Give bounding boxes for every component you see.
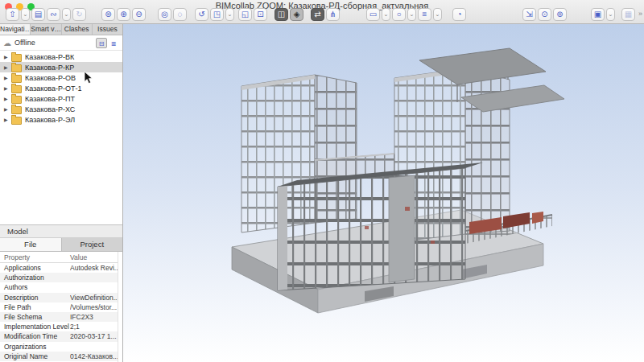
property-value: 0142-Казаков... <box>70 352 118 360</box>
ellipse-markup-button[interactable]: ○ <box>392 8 406 21</box>
building-model <box>123 23 644 362</box>
tab-issues[interactable]: Issues <box>93 23 122 35</box>
section-view-button[interactable]: ◫ <box>275 8 288 21</box>
property-row[interactable]: File SchemaIFC2X3 <box>0 312 118 322</box>
property-row[interactable]: ApplicationsAutodesk Revi... <box>0 263 118 273</box>
zoom-selection-button[interactable]: ⊚ <box>553 8 567 21</box>
rotate-group: ↺◳⌄ <box>195 8 236 21</box>
property-name: Organizations <box>0 343 70 351</box>
open-model-button[interactable]: ⇧ <box>6 8 19 21</box>
property-row[interactable]: Original Name0142-Казаков... <box>0 352 118 361</box>
folder-icon <box>11 117 22 125</box>
property-name: File Path <box>0 303 70 311</box>
expand-caret-icon[interactable]: ▶ <box>4 117 11 122</box>
saved-views-button[interactable]: ▣ <box>591 8 605 21</box>
tree-item[interactable]: ▶Казакова-Р-ПТ <box>0 93 122 104</box>
focus-button[interactable]: ◎ <box>158 8 171 21</box>
projection-button[interactable]: ◳ <box>210 8 224 21</box>
tree-item[interactable]: ▶Казакова-Р-ОТ-1 <box>0 83 122 93</box>
markup-group: ▭⌄○⌄≡⌄ <box>366 8 444 21</box>
tree-item-label: Казакова-Р-ХС <box>25 105 75 113</box>
tree-item[interactable]: ▶Казакова-Р-ОВ <box>0 72 122 83</box>
folder-icon <box>11 85 22 93</box>
measure-button-chevron-icon[interactable]: ⌄ <box>382 8 390 21</box>
property-name: Description <box>0 294 70 302</box>
model-view-button[interactable]: ◈ <box>290 8 303 21</box>
rotate-view-button[interactable]: ↺ <box>195 8 208 21</box>
model-tab-file[interactable]: File <box>0 238 62 251</box>
clip-plane-button[interactable]: ◱ <box>238 8 252 21</box>
zoom-out-button[interactable]: ⊖ <box>132 8 146 21</box>
share-button[interactable]: ∾ <box>47 8 60 21</box>
tree-view-toggles: ⊟≣ <box>95 38 119 48</box>
property-name: Applications <box>0 264 70 272</box>
tree-item-label: Казакова-Р-ОТ-1 <box>25 84 82 93</box>
property-value: IFC2X3 <box>70 313 118 321</box>
tab-navigation[interactable]: Navigati… <box>0 23 31 35</box>
sidebar: Navigati…Smart v…ClashesIssues ☁ Offline… <box>0 23 123 362</box>
measure-button[interactable]: ▭ <box>366 8 380 21</box>
property-row[interactable]: Authorization <box>0 273 118 282</box>
tree-view-toggle[interactable]: ⊟ <box>96 38 107 48</box>
lines-markup-button[interactable]: ≡ <box>418 8 431 21</box>
open-model-button-chevron-icon[interactable]: ⌄ <box>21 8 30 21</box>
property-value: ViewDefinition... <box>70 294 118 302</box>
property-row[interactable]: Authors <box>0 282 118 292</box>
protractor-button[interactable]: ◔ <box>452 8 466 21</box>
expand-caret-icon[interactable]: ▶ <box>4 75 11 80</box>
tree-item[interactable]: ▶Казакова-Р-КР <box>0 62 122 72</box>
property-row[interactable]: Modification Time2020-03-17 1... <box>0 331 118 341</box>
toolbar-overflow-icon[interactable]: » <box>638 10 642 18</box>
list-view-toggle[interactable]: ≣ <box>108 38 119 48</box>
zoom-extents-button[interactable]: ⊜ <box>101 8 115 21</box>
3d-viewport[interactable] <box>123 23 644 362</box>
folder-icon <box>11 64 22 72</box>
views-group: ▣⌄ <box>591 8 617 21</box>
lines-markup-button-chevron-icon[interactable]: ⌄ <box>433 8 442 21</box>
tab-clashes[interactable]: Clashes <box>62 23 93 35</box>
property-row[interactable]: DescriptionViewDefinition... <box>0 293 118 302</box>
refresh-models-button[interactable]: ↻ <box>72 8 86 21</box>
render-settings-button[interactable]: ◌ <box>173 8 187 21</box>
expand-caret-icon[interactable]: ▶ <box>4 96 11 101</box>
tree-item[interactable]: ▶Казакова-Р-ЭЛ <box>0 114 122 125</box>
offline-label: Offline <box>14 39 95 47</box>
ellipse-markup-button-chevron-icon[interactable]: ⌄ <box>407 8 416 21</box>
property-name: Original Name <box>0 352 70 360</box>
tree-item[interactable]: ▶Казакова-Р-ВК <box>0 51 122 62</box>
properties-table-header: Property Value <box>0 252 118 263</box>
projection-button-chevron-icon[interactable]: ⌄ <box>225 8 234 21</box>
share-button-chevron-icon[interactable]: ⌄ <box>62 8 71 21</box>
render-group: ◎◌ <box>158 8 188 21</box>
zoom-window-button[interactable]: ⊙ <box>538 8 551 21</box>
saved-views-button-chevron-icon[interactable]: ⌄ <box>606 8 615 21</box>
clip-box-button[interactable]: ⊡ <box>254 8 267 21</box>
expand-caret-icon[interactable]: ▶ <box>4 54 11 60</box>
tree-item-label: Казакова-Р-ПТ <box>25 95 75 103</box>
model-panel-tabs: FileProject <box>0 238 122 252</box>
expand-caret-icon[interactable]: ▶ <box>4 64 11 70</box>
expand-caret-icon[interactable]: ▶ <box>4 106 11 112</box>
tree-item-label: Казакова-Р-ЭЛ <box>25 116 75 124</box>
model-tab-project[interactable]: Project <box>62 238 123 251</box>
property-value: Autodesk Revi... <box>70 264 118 272</box>
protractor-group: ◔ <box>452 8 468 21</box>
save-view-button[interactable]: ▦ <box>621 8 635 21</box>
save-button[interactable]: ▤ <box>31 8 45 21</box>
property-row[interactable]: File Path/Volumes/stor... <box>0 302 118 312</box>
properties-table: Property Value ApplicationsAutodesk Revi… <box>0 252 118 362</box>
property-row[interactable]: Organizations <box>0 342 118 352</box>
sync-camera-button[interactable]: ⇄ <box>311 8 324 21</box>
folder-icon <box>11 106 22 114</box>
tree-item-label: Казакова-Р-ОВ <box>25 74 76 82</box>
expand-caret-icon[interactable]: ▶ <box>4 85 11 91</box>
property-row[interactable]: Implementation Level2;1 <box>0 322 118 331</box>
tab-smart-views[interactable]: Smart v… <box>31 23 61 35</box>
podium-block <box>278 162 483 290</box>
tree-item[interactable]: ▶Казакова-Р-ХС <box>0 104 122 114</box>
walk-mode-button[interactable]: ⋔ <box>326 8 340 21</box>
zoom-in-button[interactable]: ⊕ <box>117 8 130 21</box>
fit-view-button[interactable]: ⇲ <box>522 8 536 21</box>
zoom-group: ⊜⊕⊖ <box>101 8 147 21</box>
sidebar-tabs: Navigati…Smart v…ClashesIssues <box>0 23 122 35</box>
